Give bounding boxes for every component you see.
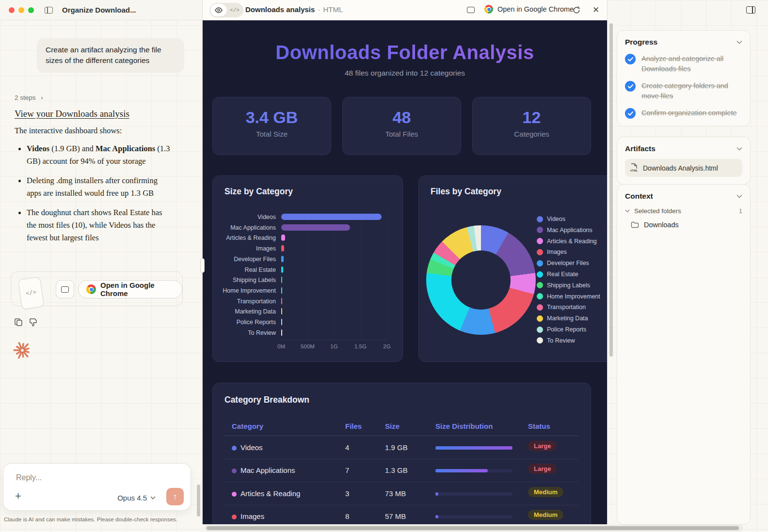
preview-tab[interactable] (210, 4, 227, 16)
col-header-size: Size (385, 422, 400, 430)
downloads-analysis-link[interactable]: View your Downloads analysis (15, 109, 129, 119)
reply-input[interactable]: Reply... (16, 473, 42, 482)
legend-swatch (537, 327, 543, 333)
cell-files: 7 (345, 466, 349, 474)
bar-11 (281, 329, 282, 336)
x-axis-tick: 500M (297, 344, 319, 349)
downloads-folder-item[interactable]: Downloads (631, 221, 742, 229)
x-axis-tick: 1.5G (350, 344, 371, 349)
bar-label: To Review (213, 328, 276, 338)
model-selector[interactable]: Opus 4.5 (117, 494, 156, 502)
code-icon: </> (25, 289, 36, 297)
bar-5 (281, 266, 283, 273)
legend-swatch (537, 260, 543, 266)
progress-card: Progress Analyze and categorize all Down… (617, 30, 751, 126)
size-distribution-bar (435, 469, 512, 472)
progress-item-label: Create category folders and move files (641, 81, 742, 101)
open-artifact-window-button[interactable] (56, 280, 74, 298)
category-dot (232, 446, 237, 451)
size-distribution-bar (435, 492, 512, 496)
legend-item: Articles & Reading (537, 238, 597, 245)
response-bullet: Videos (1.9 GB) and Mac Applications (1.… (15, 142, 171, 168)
artifact-window: </> Downloads analysis · HTML Open in Go… (202, 0, 608, 524)
artifacts-title: Artifacts (625, 144, 656, 153)
bar-8 (281, 298, 282, 304)
legend-item: Transportation (537, 304, 586, 311)
cell-category: Videos (240, 443, 263, 452)
donut-hole (451, 250, 511, 310)
bar-10 (281, 319, 282, 325)
progress-item: Create category folders and move files (625, 81, 742, 101)
stat-value: 12 (473, 108, 591, 127)
legend-item: To Review (537, 337, 575, 344)
files-by-category-card: Files by Category Videos Mac Application… (418, 175, 607, 362)
bar-2 (281, 235, 285, 241)
dashboard-subtitle: 48 files organized into 12 categories (203, 69, 607, 78)
code-tab[interactable]: </> (227, 4, 242, 16)
cell-category: Images (240, 512, 264, 520)
status-badge: Large (528, 441, 557, 451)
x-axis-tick: 1G (323, 344, 345, 349)
legend-item: Mac Applications (537, 227, 592, 234)
size-distribution-fill (435, 469, 488, 472)
code-artifact-thumbnail[interactable]: </> (18, 277, 44, 310)
artifact-preview-card[interactable]: </> Open in Google Chrome (11, 271, 183, 306)
zoom-traffic-light[interactable] (28, 7, 34, 13)
steps-disclosure[interactable]: 2 steps › (15, 94, 43, 101)
col-header-files: Files (345, 422, 362, 430)
cell-files: 3 (345, 489, 349, 498)
selected-folders-row[interactable]: Selected folders 1 (625, 207, 742, 215)
stat-label: Total Size (213, 130, 331, 138)
bar-chart-title: Size by Category (224, 187, 293, 197)
bar-7 (281, 287, 282, 294)
open-in-chrome-header-button[interactable]: Open in Google Chrome (484, 5, 574, 14)
minimize-traffic-light[interactable] (18, 7, 24, 13)
x-axis-tick: 2G (376, 344, 398, 349)
legend-label: To Review (547, 337, 575, 344)
legend-swatch (537, 337, 543, 344)
horizontal-scrollbar[interactable] (204, 525, 743, 532)
category-dot (232, 492, 237, 497)
bar-9 (281, 308, 282, 314)
folder-count: 1 (739, 207, 742, 215)
bar-label: Articles & Reading (213, 233, 276, 243)
sidebar-toggle-icon[interactable] (45, 7, 53, 14)
legend-label: Real Estate (547, 271, 578, 278)
chevron-down-icon[interactable] (736, 147, 742, 151)
cell-size: 57 MB (385, 512, 406, 520)
legend-item: Images (537, 249, 567, 255)
bar-3 (281, 245, 284, 251)
legend-swatch (537, 238, 543, 244)
table-row: Images 8 57 MB Medium (224, 505, 579, 524)
send-button[interactable]: ↑ (166, 488, 184, 505)
chat-scrollbar[interactable] (197, 485, 200, 516)
right-panel-toggle-icon[interactable] (746, 6, 755, 14)
attach-button[interactable]: + (15, 491, 21, 501)
progress-item-label: Analyze and categorize all Downloads fil… (641, 54, 742, 74)
reply-composer[interactable]: Reply... + Opus 4.5 ↑ (3, 463, 191, 511)
artifact-title: Downloads analysis · HTML (245, 5, 343, 14)
response-bullet: The doughnut chart shows Real Estate has… (15, 206, 171, 245)
chevron-down-icon[interactable] (736, 40, 742, 44)
open-in-window-button[interactable] (467, 7, 475, 13)
close-traffic-light[interactable] (9, 7, 15, 13)
cell-size: 73 MB (385, 489, 406, 498)
folder-icon (631, 221, 639, 228)
artifact-file-item[interactable]: HTML Downloads Analysis.html (625, 159, 742, 177)
size-distribution-fill (435, 515, 438, 518)
thumbs-down-icon[interactable] (29, 317, 38, 327)
table-row: Videos 4 1.9 GB Large (224, 437, 579, 459)
bar-label: Images (213, 244, 276, 253)
context-card: Context Selected folders 1 Downloads (617, 184, 751, 525)
copy-icon[interactable] (14, 317, 23, 327)
right-panel-scrollbar[interactable] (609, 23, 613, 357)
panel-resize-handle[interactable] (200, 258, 205, 273)
legend-label: Marketing Data (547, 315, 588, 322)
chevron-down-icon[interactable] (736, 194, 742, 198)
chrome-icon (484, 5, 493, 14)
window-title: Organize Download... (62, 6, 136, 14)
open-in-chrome-button[interactable]: Open in Google Chrome (78, 280, 182, 298)
close-artifact-button[interactable]: ✕ (592, 5, 599, 15)
refresh-button[interactable] (572, 6, 581, 15)
horizontal-scrollbar-thumb[interactable] (207, 526, 739, 530)
